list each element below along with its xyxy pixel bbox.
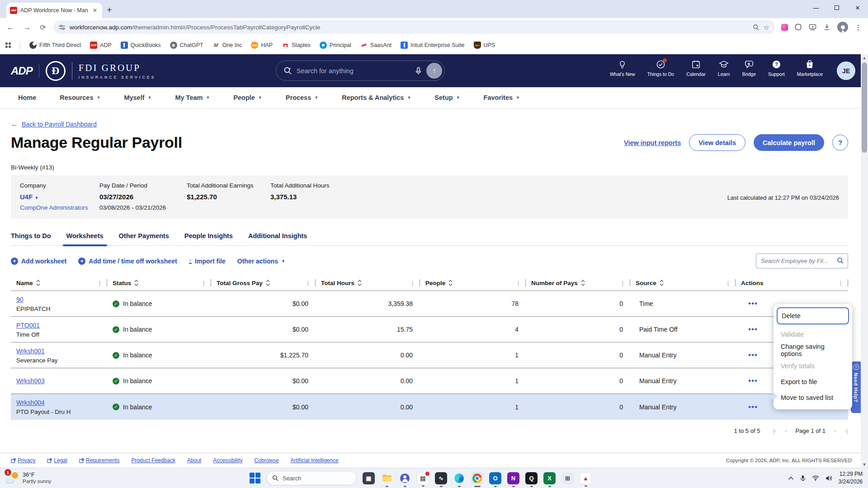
column-header-total-gross-pay[interactable]: Total Gross Pay⋮	[211, 275, 316, 291]
other-actions-dropdown[interactable]: Other actions▼	[237, 258, 285, 265]
column-menu-kebab-icon[interactable]: ⋮	[725, 280, 731, 286]
footer-link-product-feedback[interactable]: Product Feedback	[131, 457, 175, 464]
back-icon[interactable]: ←	[5, 23, 16, 32]
footer-link-privacy[interactable]: Privacy	[11, 457, 35, 464]
view-details-button[interactable]: View details	[689, 134, 745, 151]
first-page-icon[interactable]: |‹	[773, 427, 776, 434]
marketplace-button[interactable]: Marketplace	[797, 60, 823, 77]
view-input-reports-link[interactable]: View input reports	[624, 139, 681, 146]
teams-app-icon[interactable]	[399, 472, 411, 484]
whats-new-button[interactable]: What's New	[610, 60, 635, 77]
tab-things-to-do[interactable]: Things to Do	[11, 232, 51, 245]
worksheet-link[interactable]: Wrksh003	[16, 377, 45, 385]
last-page-icon[interactable]: ›|	[844, 427, 848, 434]
nav-myself[interactable]: Myself▼	[124, 94, 151, 101]
site-settings-icon[interactable]	[59, 24, 66, 31]
help-icon[interactable]: ?	[832, 135, 848, 150]
column-menu-kebab-icon[interactable]: ⋮	[515, 280, 521, 286]
tab-additional-insights[interactable]: Additional Insights	[248, 232, 307, 245]
nav-my-team[interactable]: My Team▼	[175, 94, 210, 101]
bookmark-saasant[interactable]: SaasAnt	[360, 42, 392, 49]
extensions-puzzle-icon[interactable]	[795, 23, 802, 31]
footer-link-requirements[interactable]: Requirements	[79, 457, 120, 464]
wifi-icon[interactable]	[812, 475, 819, 481]
send-to-device-icon[interactable]	[809, 24, 816, 31]
taskbar-clock[interactable]: 12:29 PM 3/24/2026	[839, 470, 863, 486]
calendar-button[interactable]: Calendar	[686, 60, 706, 77]
column-menu-kebab-icon[interactable]: ⋮	[410, 280, 415, 286]
footer-link-legal[interactable]: Legal	[47, 457, 67, 464]
bookmark-staples[interactable]: Staples	[282, 42, 311, 49]
window-close-button[interactable]: ✕	[847, 0, 868, 15]
column-menu-kebab-icon[interactable]: ⋮	[305, 280, 311, 286]
employee-search-input[interactable]	[756, 253, 848, 268]
calculator-app-icon[interactable]: ⊞	[561, 472, 574, 484]
scroll-up-icon[interactable]: ▲	[861, 56, 868, 60]
worksheet-link[interactable]: 90	[16, 296, 24, 303]
menu-item-delete[interactable]: Delete	[777, 307, 849, 324]
sort-icon[interactable]	[448, 280, 453, 286]
support-button[interactable]: ? Support	[768, 60, 785, 77]
volume-icon[interactable]	[826, 475, 832, 481]
chrome-browser-icon[interactable]	[471, 472, 483, 484]
browser-menu-kebab-icon[interactable]: ⋮	[855, 24, 862, 31]
url-bar[interactable]: workforcenow.adp.com/theme/admin.html#/P…	[53, 20, 775, 34]
acrobat-app-icon[interactable]: ▲	[580, 472, 592, 484]
column-header-name[interactable]: Name⋮	[11, 275, 107, 291]
tray-chevron-up-icon[interactable]	[788, 476, 794, 480]
menu-item-change-saving-options[interactable]: Change saving options	[774, 342, 852, 358]
sort-icon[interactable]	[134, 280, 138, 286]
things-to-do-button[interactable]: Things to Do	[647, 60, 675, 77]
sort-icon[interactable]	[266, 280, 270, 286]
pink-extension-icon[interactable]	[781, 24, 788, 31]
file-explorer-icon[interactable]	[381, 472, 393, 484]
nav-home[interactable]: Home	[18, 94, 36, 101]
sort-icon[interactable]	[36, 280, 40, 286]
add-worksheet-button[interactable]: +Add worksheet	[11, 258, 66, 265]
add-time-off-worksheet-button[interactable]: +Add time / time off worksheet	[78, 258, 177, 265]
column-menu-kebab-icon[interactable]: ⋮	[838, 280, 844, 286]
bookmark-star-icon[interactable]: ☆	[764, 24, 769, 31]
bookmark-ups[interactable]: upsUPS	[474, 42, 495, 49]
back-to-payroll-dashboard-link[interactable]: Back to Payroll Dashboard	[22, 121, 97, 128]
microphone-tray-icon[interactable]	[800, 475, 806, 482]
calculate-payroll-button[interactable]: Calculate payroll	[754, 134, 824, 151]
menu-item-move-to-saved-list[interactable]: Move to saved list	[774, 389, 852, 405]
search-icon[interactable]	[837, 257, 844, 264]
import-file-button[interactable]: ↑Import file	[189, 258, 226, 265]
forward-icon[interactable]: →	[21, 23, 33, 32]
start-button[interactable]	[250, 473, 260, 483]
new-tab-button[interactable]: +	[107, 5, 112, 14]
taskbar-search-box[interactable]: Search	[266, 471, 357, 485]
column-menu-kebab-icon[interactable]: ⋮	[201, 280, 207, 286]
bookmark-intuit[interactable]: Intuit Enterprise Suite	[401, 42, 465, 49]
need-help-tab[interactable]: ? Need Help?	[851, 361, 861, 413]
previous-page-icon[interactable]: ‹	[785, 427, 787, 434]
next-page-icon[interactable]: ›	[834, 427, 836, 434]
bookmark-fifth-third[interactable]: Fifth Third Direct	[29, 42, 81, 49]
photos-app-icon[interactable]: ▣	[363, 472, 375, 484]
outlook-app-icon[interactable]: O	[489, 472, 501, 484]
bookmark-hap[interactable]: hapHAP	[251, 42, 273, 49]
search-lens-icon[interactable]	[753, 24, 760, 31]
reload-icon[interactable]: ⟳	[37, 23, 49, 32]
nav-setup[interactable]: Setup▼	[434, 94, 460, 101]
worksheet-link[interactable]: PTO001	[16, 322, 40, 329]
nav-people[interactable]: People▼	[233, 94, 262, 101]
nav-process[interactable]: Process▼	[286, 94, 318, 101]
user-avatar[interactable]: JE	[837, 61, 855, 80]
browser-profile-avatar[interactable]	[837, 22, 848, 33]
company-code-dropdown[interactable]: U4F ▼	[20, 193, 99, 201]
column-menu-kebab-icon[interactable]: ⋮	[620, 280, 626, 286]
sort-icon[interactable]	[358, 280, 362, 286]
column-menu-kebab-icon[interactable]: ⋮	[97, 280, 103, 286]
footer-link-artificial-intelligence[interactable]: Artificial Intelligence	[291, 457, 339, 464]
footer-link-accessibility[interactable]: Accessibility	[213, 457, 242, 464]
bookmark-chatgpt[interactable]: ✳ChatGPT	[170, 42, 203, 49]
q-app-icon[interactable]: Q	[525, 472, 538, 484]
scroll-down-icon[interactable]: ▼	[861, 462, 868, 467]
footer-link-cobrowse[interactable]: Cobrowse	[255, 457, 279, 464]
column-header-status[interactable]: Status⋮	[107, 275, 211, 291]
bookmark-quickbooks[interactable]: QuickBooks	[121, 42, 161, 49]
tab-worksheets[interactable]: Worksheets	[66, 232, 104, 245]
